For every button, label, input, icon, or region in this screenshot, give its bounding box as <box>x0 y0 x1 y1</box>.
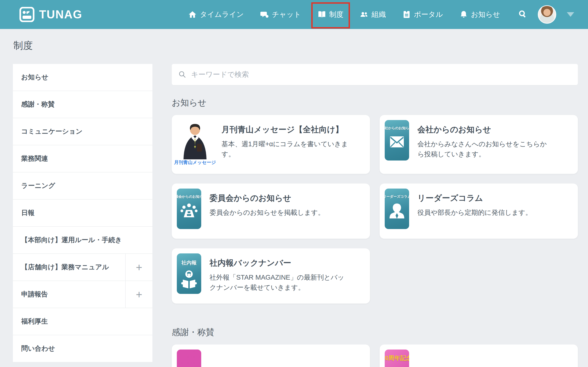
tile-label: 会社からのお知らせ <box>385 126 409 130</box>
sidebar-item-gyomu[interactable]: 業務関連 <box>13 145 152 173</box>
sidebar-item-kansha[interactable]: 感謝・称賛 <box>13 91 152 118</box>
photo-caption: 月刊青山メッセージ <box>174 159 216 166</box>
sidebar-item-tenpo-manual[interactable]: 【店舗向け】業務マニュアル + <box>13 254 152 281</box>
portal-icon <box>402 10 411 19</box>
tunag-logo[interactable]: TUNAG <box>19 7 82 22</box>
sidebar-item-label: 問い合わせ <box>13 335 152 362</box>
sidebar-item-label: ラーニング <box>13 173 152 199</box>
leaders-column-icon: リーダーズコラム <box>385 189 409 229</box>
sidebar-item-label: 感謝・称賛 <box>13 91 152 118</box>
keyword-search[interactable] <box>172 64 578 85</box>
sidebar-item-fukuri[interactable]: 福利厚生 <box>13 308 152 335</box>
header-right-cluster <box>518 5 574 24</box>
sidebar-item-label: コミュニケーション <box>13 118 152 145</box>
section-heading-kansha: 感謝・称賛 <box>172 326 578 338</box>
page-title: 制度 <box>13 39 578 52</box>
category-sidebar: お知らせ 感謝・称賛 コミュニケーション 業務関連 ラーニング 日報 【本部向け… <box>13 64 152 362</box>
sidebar-item-label: 申請報告 <box>13 281 125 308</box>
anniversary-icon: 10周年記念 <box>385 350 409 367</box>
person-icon <box>388 202 406 221</box>
tile-label: リーダーズコラム <box>385 194 409 199</box>
card-description: 会社からみなさんへのお知らせをこちらから投稿していきます。 <box>417 139 553 159</box>
card-title: 社内報バックナンバー <box>209 258 345 268</box>
nav-chat[interactable]: チャット <box>260 10 301 19</box>
sidebar-item-nippo[interactable]: 日報 <box>13 200 152 227</box>
nav-label: お知らせ <box>471 10 500 19</box>
nav-label: ポータル <box>414 10 443 19</box>
card-title: 会社からのお知らせ <box>417 124 553 135</box>
header-search-button[interactable] <box>518 9 527 20</box>
avatar[interactable] <box>538 5 556 24</box>
plus-icon: + <box>136 261 142 274</box>
card-partial-right[interactable]: 10周年記念 <box>380 344 578 367</box>
card-partial-left[interactable] <box>172 344 370 367</box>
envelope-icon <box>389 133 405 150</box>
section-heading-oshirase: お知らせ <box>172 97 578 108</box>
card-title: リーダーズコラム <box>417 193 532 203</box>
man-photo-illustration <box>179 123 211 159</box>
nav-portal[interactable]: ポータル <box>402 10 443 19</box>
home-icon <box>188 10 197 19</box>
sidebar-item-label: 福利厚生 <box>13 308 152 335</box>
sidebar-item-toiawase[interactable]: 問い合わせ <box>13 335 152 362</box>
search-icon <box>518 9 527 19</box>
sidebar-item-shinsei[interactable]: 申請報告 + <box>13 281 152 308</box>
card-iinkai-oshirase[interactable]: 委員会からのお知らせ 委員会からのお知ら <box>172 184 370 239</box>
chat-icon <box>260 10 269 19</box>
tunag-logo-icon <box>19 7 35 22</box>
card-description: 社外報「STAR MAGAZINE」の最新刊とバックナンバーを載せていきます。 <box>209 272 345 293</box>
main-nav: タイムライン チャット 制度 組織 <box>188 10 500 19</box>
card-title: 委員会からのお知らせ <box>209 193 325 203</box>
tile-label: 委員会からのお知らせ <box>177 194 201 199</box>
reader-icon <box>180 269 198 289</box>
sidebar-item-honbu-rules[interactable]: 【本部向け】運用ルール・手続き <box>13 227 152 254</box>
kansha-card-grid: 10周年記念 <box>172 344 578 367</box>
logo-wordmark: TUNAG <box>39 8 82 21</box>
card-shanaiho-backnumber[interactable]: 社内報 社内報バックナンバー <box>172 248 370 304</box>
chevron-down-icon[interactable] <box>567 12 574 17</box>
shanaiho-icon: 社内報 <box>177 253 201 294</box>
nav-notifications[interactable]: お知らせ <box>459 10 500 19</box>
app-header: TUNAG タイムライン チャット 制度 <box>0 0 588 29</box>
card-description: 役員や部長から定期的に発信します。 <box>417 208 532 218</box>
people-icon <box>360 10 368 19</box>
nav-organization[interactable]: 組織 <box>360 10 386 19</box>
tile-label: 社内報 <box>182 259 197 266</box>
page-container: 制度 お知らせ 感謝・称賛 コミュニケーション 業務関連 ラーニング 日報 【 <box>0 39 588 367</box>
company-news-icon: 会社からのお知らせ <box>385 120 409 160</box>
search-icon <box>178 70 187 79</box>
main-content: お知らせ 月刊青山メッセージ <box>172 64 578 367</box>
bell-icon <box>459 10 468 19</box>
book-icon <box>318 10 326 19</box>
sidebar-item-label: お知らせ <box>13 64 152 91</box>
pink-card-icon <box>177 350 201 367</box>
oshirase-card-grid: 月刊青山メッセージ 月刊青山メッセージ【全社向け】 基本、週1月曜+αにコラムを… <box>172 115 578 304</box>
committee-news-icon: 委員会からのお知らせ <box>177 189 201 229</box>
sidebar-item-label: 業務関連 <box>13 145 152 172</box>
sidebar-item-oshirase[interactable]: お知らせ <box>13 64 152 91</box>
nav-label: 組織 <box>372 10 386 19</box>
card-description: 基本、週1月曜+αにコラムを書いていきます。 <box>222 139 357 159</box>
card-description: 委員会からのお知らせを掲載します。 <box>209 208 325 218</box>
sidebar-item-label: 日報 <box>13 200 152 226</box>
sidebar-item-label: 【店舗向け】業務マニュアル <box>13 254 125 281</box>
tile-label: 10周年記念 <box>385 354 409 362</box>
add-button[interactable]: + <box>125 281 152 308</box>
add-button[interactable]: + <box>125 254 152 281</box>
nav-seido[interactable]: 制度 <box>318 10 344 19</box>
search-input[interactable] <box>191 70 571 79</box>
sidebar-item-learning[interactable]: ラーニング <box>13 173 152 200</box>
sidebar-item-communication[interactable]: コミュニケーション <box>13 118 152 145</box>
sidebar-item-label: 【本部向け】運用ルール・手続き <box>13 227 152 253</box>
card-title: 月刊青山メッセージ【全社向け】 <box>222 124 357 135</box>
committee-icon <box>180 202 198 219</box>
man-photo-icon: 月刊青山メッセージ <box>177 120 213 167</box>
nav-timeline[interactable]: タイムライン <box>188 10 243 19</box>
nav-label: タイムライン <box>200 10 243 19</box>
card-leaders-column[interactable]: リーダーズコラム リーダーズコラム 役員や部長から定期的に発信します。 <box>380 184 578 239</box>
nav-label: チャット <box>272 10 301 19</box>
card-gekkan-aoyama[interactable]: 月刊青山メッセージ 月刊青山メッセージ【全社向け】 基本、週1月曜+αにコラムを… <box>172 115 370 174</box>
card-kaisha-oshirase[interactable]: 会社からのお知らせ 会社からのお知らせ 会社からみなさんへのお知らせをこちらから… <box>380 115 578 174</box>
plus-icon: + <box>136 288 142 301</box>
nav-label: 制度 <box>329 10 344 19</box>
